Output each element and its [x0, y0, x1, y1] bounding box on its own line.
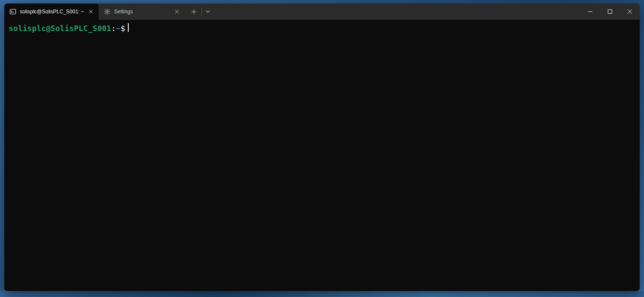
window-controls	[580, 3, 640, 20]
tab-label: solisplc@SolisPLC_S001: ~	[20, 9, 84, 15]
tab-terminal[interactable]: solisplc@SolisPLC_S001: ~	[4, 3, 99, 20]
minimize-button[interactable]	[580, 3, 600, 20]
tab-controls	[185, 3, 214, 20]
tab-label: Settings	[114, 9, 170, 15]
tab-close-button[interactable]	[173, 8, 180, 15]
divider	[201, 8, 202, 16]
prompt-path: ~	[116, 23, 121, 33]
svg-rect-10	[608, 10, 612, 14]
tab-settings[interactable]: Settings	[99, 3, 185, 20]
tab-dropdown-button[interactable]	[202, 3, 214, 20]
terminal-window: solisplc@SolisPLC_S001: ~ Settings	[4, 3, 640, 291]
terminal-cursor	[128, 23, 129, 32]
tab-close-button[interactable]	[87, 8, 94, 15]
desktop-wallpaper-strip	[0, 291, 644, 297]
close-window-button[interactable]	[620, 3, 640, 20]
svg-point-4	[106, 11, 108, 13]
terminal-body[interactable]: solisplc@SolisPLC_S001:~$	[4, 20, 640, 291]
prompt-colon: :	[111, 23, 116, 33]
prompt-line: solisplc@SolisPLC_S001:~$	[9, 22, 635, 33]
prompt-symbol: $	[121, 23, 125, 33]
titlebar-drag-area[interactable]	[214, 3, 580, 20]
maximize-button[interactable]	[600, 3, 620, 20]
gear-icon	[104, 8, 111, 15]
prompt-user-host: solisplc@SolisPLC_S001	[9, 23, 111, 33]
svg-rect-0	[10, 9, 16, 14]
new-tab-button[interactable]	[186, 3, 201, 20]
tabs-area: solisplc@SolisPLC_S001: ~ Settings	[4, 3, 185, 20]
terminal-icon	[9, 8, 16, 15]
title-bar[interactable]: solisplc@SolisPLC_S001: ~ Settings	[4, 3, 640, 20]
